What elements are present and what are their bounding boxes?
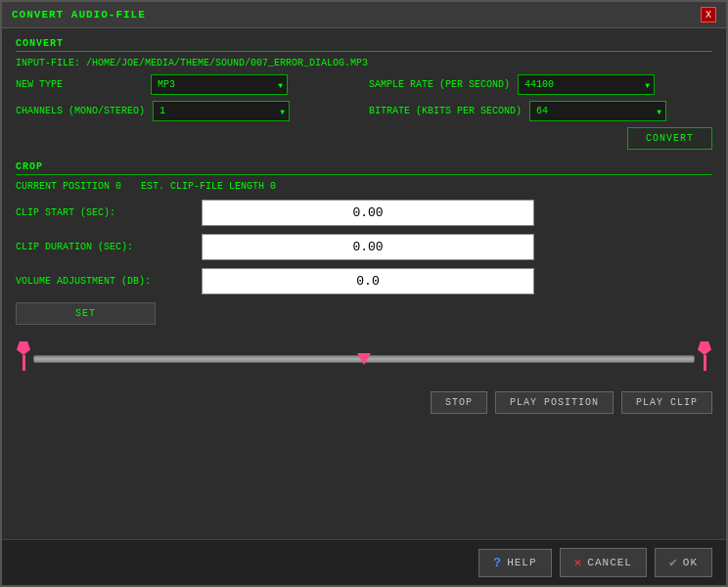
slider-mid-marker — [357, 353, 371, 365]
type-samplerate-row: NEW TYPE MP3 WAV OGG FLAC SAMPLE RATE (P… — [16, 74, 712, 95]
convert-btn-row: CONVERT — [16, 127, 712, 150]
sample-rate-dropdown-wrapper: 44100 22050 11025 8000 48000 — [518, 74, 655, 95]
ok-button[interactable]: ✔ OK — [655, 548, 712, 577]
convert-section: CONVERT INPUT-FILE: /HOME/JOE/MEDIA/THEM… — [16, 38, 712, 150]
clip-start-row: CLIP START (SEC): — [16, 200, 712, 226]
est-clip-length-value: 0 — [270, 181, 276, 192]
window-title: CONVERT AUDIO-FILE — [12, 9, 146, 21]
convert-section-label: CONVERT — [16, 38, 712, 49]
cancel-icon: ✕ — [574, 555, 583, 570]
clip-duration-input[interactable] — [202, 234, 534, 260]
set-button[interactable]: SET — [16, 302, 156, 325]
cancel-button[interactable]: ✕ CANCEL — [560, 548, 647, 577]
crop-section-label: CROP — [16, 161, 712, 172]
help-icon: ? — [493, 556, 502, 570]
slider-track[interactable] — [33, 355, 695, 363]
handle-top-left — [17, 341, 30, 355]
set-btn-row: SET — [16, 302, 712, 325]
current-position-label: CURRENT POSITION — [16, 181, 110, 192]
volume-adj-input[interactable] — [202, 268, 534, 294]
new-type-dropdown-wrapper: MP3 WAV OGG FLAC — [151, 74, 288, 95]
slider-left-handle[interactable] — [16, 341, 31, 371]
current-position-item: CURRENT POSITION 0 — [16, 181, 121, 192]
crop-section: CROP CURRENT POSITION 0 EST. CLIP-FILE L… — [16, 161, 712, 414]
sample-rate-dropdown[interactable]: 44100 22050 11025 8000 48000 — [518, 74, 655, 95]
close-button[interactable]: X — [701, 7, 716, 23]
bitrate-label: BITRATE (KBITS PER SECOND) — [369, 106, 522, 116]
slider-right-handle[interactable] — [697, 341, 712, 371]
channels-dropdown[interactable]: 1 2 — [153, 101, 290, 121]
bitrate-group: BITRATE (KBITS PER SECOND) 64 128 192 25… — [369, 101, 712, 121]
volume-adj-label: VOLUME ADJUSTMENT (DB): — [16, 276, 192, 287]
crop-info-row: CURRENT POSITION 0 EST. CLIP-FILE LENGTH… — [16, 181, 712, 192]
playback-row: STOP PLAY POSITION PLAY CLIP — [16, 391, 712, 414]
new-type-label: NEW TYPE — [16, 79, 143, 90]
ok-icon: ✔ — [669, 555, 678, 570]
input-file-label: INPUT-FILE: — [16, 58, 80, 68]
volume-adj-row: VOLUME ADJUSTMENT (DB): — [16, 268, 712, 294]
help-button[interactable]: ? HELP — [478, 549, 551, 577]
input-file-row: INPUT-FILE: /HOME/JOE/MEDIA/THEME/SOUND/… — [16, 58, 712, 68]
sample-rate-group: SAMPLE RATE (PER SECOND) 44100 22050 110… — [369, 74, 712, 95]
handle-stem-left — [23, 355, 25, 371]
stop-button[interactable]: STOP — [431, 391, 487, 414]
channels-bitrate-row: CHANNELS (MONO/STEREO) 1 2 BITRATE (KBIT… — [16, 101, 712, 121]
slider-container[interactable] — [16, 335, 712, 384]
est-clip-length-label: EST. CLIP-FILE LENGTH — [141, 181, 264, 192]
help-label: HELP — [507, 557, 536, 568]
channels-group: CHANNELS (MONO/STEREO) 1 2 — [16, 101, 359, 121]
play-clip-button[interactable]: PLAY CLIP — [621, 391, 712, 414]
bitrate-dropdown-wrapper: 64 128 192 256 320 — [529, 101, 666, 121]
handle-top-right — [698, 341, 711, 355]
current-position-value: 0 — [115, 181, 121, 192]
clip-duration-row: CLIP DURATION (SEC): — [16, 234, 712, 260]
input-file-path: /HOME/JOE/MEDIA/THEME/SOUND/007_ERROR_DI… — [86, 58, 368, 68]
handle-stem-right — [704, 355, 706, 371]
new-type-group: NEW TYPE MP3 WAV OGG FLAC — [16, 74, 359, 95]
clip-start-input[interactable] — [202, 200, 534, 226]
cancel-label: CANCEL — [587, 557, 632, 568]
channels-label: CHANNELS (MONO/STEREO) — [16, 106, 145, 116]
bottom-bar: ? HELP ✕ CANCEL ✔ OK — [2, 539, 726, 585]
title-bar: CONVERT AUDIO-FILE X — [2, 2, 726, 28]
play-position-button[interactable]: PLAY POSITION — [495, 391, 614, 414]
sample-rate-label: SAMPLE RATE (PER SECOND) — [369, 79, 510, 90]
main-content: CONVERT INPUT-FILE: /HOME/JOE/MEDIA/THEM… — [2, 28, 726, 539]
new-type-dropdown[interactable]: MP3 WAV OGG FLAC — [151, 74, 288, 95]
main-window: CONVERT AUDIO-FILE X CONVERT INPUT-FILE:… — [0, 0, 728, 587]
est-clip-length-item: EST. CLIP-FILE LENGTH 0 — [141, 181, 276, 192]
ok-label: OK — [683, 557, 698, 568]
bitrate-dropdown[interactable]: 64 128 192 256 320 — [529, 101, 666, 121]
channels-dropdown-wrapper: 1 2 — [153, 101, 290, 121]
convert-button[interactable]: CONVERT — [627, 127, 712, 150]
clip-start-label: CLIP START (SEC): — [16, 207, 192, 218]
clip-duration-label: CLIP DURATION (SEC): — [16, 242, 192, 252]
